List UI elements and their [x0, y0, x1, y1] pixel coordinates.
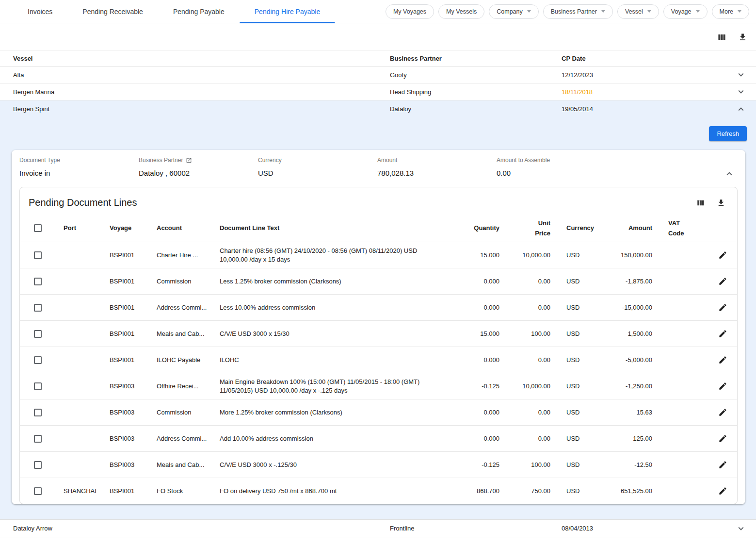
- currency-field: Currency USD: [258, 157, 377, 177]
- vessel-name: Alta: [13, 71, 390, 79]
- edit-pencil-icon[interactable]: [716, 249, 729, 262]
- col-header-cp-date: CP Date: [562, 55, 746, 62]
- edit-pencil-icon[interactable]: [716, 458, 729, 471]
- edit-pencil-icon[interactable]: [716, 301, 729, 314]
- document-detail-card: Document Type Invoice in Business Partne…: [12, 150, 745, 504]
- chevron-down-icon[interactable]: [736, 523, 746, 534]
- voyage-cell: BSPI003: [110, 461, 157, 469]
- row-checkbox[interactable]: [34, 330, 42, 338]
- chevron-down-icon: [601, 10, 605, 13]
- voyage-cell: BSPI003: [110, 408, 157, 417]
- tab-pending-hire-payable[interactable]: Pending Hire Payable: [240, 0, 335, 23]
- filter-chip-my-vessels[interactable]: My Vessels: [438, 4, 484, 19]
- col-header-vat-code-text: VAT Code: [668, 218, 687, 238]
- row-checkbox[interactable]: [34, 278, 42, 285]
- amount-cell: -5,000.00: [592, 356, 665, 365]
- refresh-button[interactable]: Refresh: [709, 126, 747, 141]
- edit-cell: [708, 301, 737, 314]
- document-line-row: SHANGHAIBSPI001FO StockFO on delivery US…: [20, 478, 737, 504]
- currency-cell: USD: [550, 461, 592, 469]
- filter-chip-company[interactable]: Company: [489, 4, 539, 19]
- row-checkbox-cell: [20, 356, 64, 364]
- cp-date: 19/05/2014: [562, 105, 736, 113]
- edit-pencil-icon[interactable]: [716, 327, 729, 340]
- select-all-checkbox[interactable]: [34, 224, 42, 232]
- document-summary: Document Type Invoice in Business Partne…: [12, 150, 745, 187]
- row-checkbox[interactable]: [34, 487, 42, 495]
- edit-cell: [708, 327, 737, 340]
- filter-chip-label: Voyage: [671, 8, 692, 15]
- document-type-field: Document Type Invoice in: [19, 157, 139, 177]
- currency-value: USD: [258, 169, 377, 177]
- columns-icon[interactable]: [696, 199, 705, 207]
- edit-pencil-icon[interactable]: [716, 432, 729, 445]
- edit-pencil-icon[interactable]: [716, 275, 729, 288]
- filter-chip-my-voyages[interactable]: My Voyages: [386, 4, 434, 19]
- vessel-name: Bergen Spirit: [13, 105, 390, 113]
- amount-cell: -1,250.00: [592, 382, 665, 391]
- chevron-up-icon[interactable]: [736, 104, 746, 115]
- account-cell: Meals and Cab...: [157, 461, 220, 469]
- filter-chip-vessel[interactable]: Vessel: [617, 4, 659, 19]
- row-checkbox[interactable]: [34, 435, 42, 443]
- edit-pencil-icon[interactable]: [716, 484, 729, 497]
- row-checkbox[interactable]: [34, 461, 42, 469]
- document-line-text-cell: More 1.25% broker commission (Clarksons): [220, 408, 446, 417]
- vessel-row[interactable]: Dataloy Arrow Frontline 08/04/2013: [0, 519, 756, 537]
- filter-chip-voyage[interactable]: Voyage: [663, 4, 708, 19]
- unit-price-cell: 0.00: [499, 277, 550, 286]
- document-line-row: BSPI003Offhire Recei...Main Engine Break…: [20, 373, 737, 399]
- vessel-row[interactable]: Alta Goofy 12/12/2023: [0, 66, 756, 83]
- edit-cell: [708, 406, 737, 419]
- currency-cell: USD: [550, 251, 592, 260]
- amount-cell: 15.63: [592, 408, 665, 417]
- row-checkbox[interactable]: [34, 251, 42, 259]
- tab-pending-receivable[interactable]: Pending Receivable: [67, 0, 158, 23]
- download-icon[interactable]: [738, 33, 747, 42]
- columns-icon[interactable]: [717, 33, 726, 42]
- edit-pencil-icon[interactable]: [716, 380, 729, 393]
- voyage-cell: BSPI001: [110, 251, 157, 260]
- chevron-down-icon[interactable]: [736, 86, 746, 97]
- lines-card-icons: [696, 199, 725, 207]
- chevron-down-icon[interactable]: [736, 69, 746, 80]
- unit-price-cell: 0.00: [499, 408, 550, 417]
- filter-chip-more[interactable]: More: [712, 4, 749, 19]
- business-partner-label: Business Partner: [139, 157, 258, 164]
- tab-pending-payable[interactable]: Pending Payable: [158, 0, 240, 23]
- tab-invoices[interactable]: Invoices: [13, 0, 67, 23]
- quantity-cell: 0.000: [446, 303, 499, 312]
- vessel-row[interactable]: Bergen Marina Head Shipping 18/11/2018: [0, 83, 756, 100]
- unit-price-cell: 750.00: [499, 487, 550, 496]
- col-header-business-partner: Business Partner: [390, 55, 562, 62]
- row-checkbox[interactable]: [34, 409, 42, 416]
- chevron-up-icon[interactable]: [724, 168, 735, 179]
- document-line-text-cell: Charter hire (08:56 (GMT) 24/10/2020 - 0…: [220, 247, 446, 264]
- edit-pencil-icon[interactable]: [716, 406, 729, 419]
- open-in-new-icon[interactable]: [186, 157, 192, 164]
- quantity-cell: -0.125: [446, 382, 499, 391]
- edit-pencil-icon[interactable]: [716, 353, 729, 366]
- row-checkbox-cell: [20, 409, 64, 416]
- row-checkbox[interactable]: [34, 304, 42, 312]
- col-header-document-line-text: Document Line Text: [220, 224, 446, 232]
- voyage-cell: BSPI003: [110, 434, 157, 443]
- col-header-vessel: Vessel: [13, 55, 390, 62]
- filter-chip-business-partner[interactable]: Business Partner: [543, 4, 613, 19]
- filter-chip-label: My Vessels: [446, 8, 477, 15]
- currency-cell: USD: [550, 277, 592, 286]
- row-checkbox[interactable]: [34, 356, 42, 364]
- col-header-unit-price-text: Unit Price: [530, 218, 550, 238]
- row-checkbox[interactable]: [34, 382, 42, 390]
- row-checkbox-cell: [20, 330, 64, 338]
- col-header-unit-price: Unit Price: [499, 218, 550, 238]
- vessel-row-expanded[interactable]: Bergen Spirit Dataloy 19/05/2014: [0, 100, 756, 117]
- currency-cell: USD: [550, 356, 592, 365]
- quantity-cell: 868.700: [446, 487, 499, 496]
- account-cell: Offhire Recei...: [157, 382, 220, 391]
- unit-price-cell: 0.00: [499, 303, 550, 312]
- document-type-label: Document Type: [19, 157, 139, 164]
- currency-cell: USD: [550, 434, 592, 443]
- download-icon[interactable]: [717, 199, 725, 207]
- amount-cell: -12.50: [592, 461, 665, 469]
